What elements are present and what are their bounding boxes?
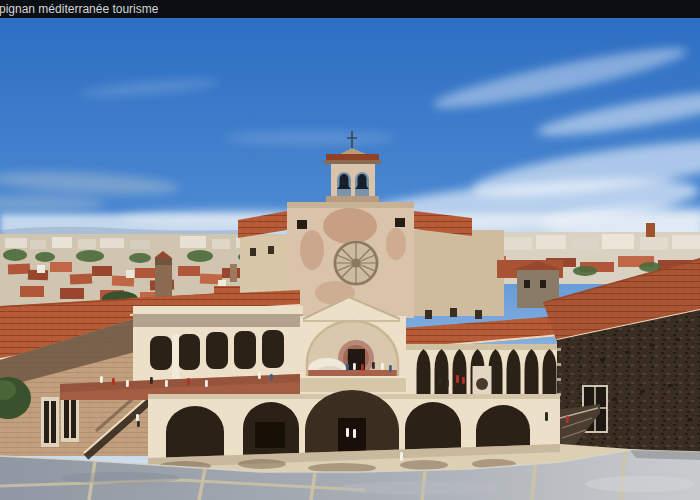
page-title: pignan méditerranée tourisme — [0, 0, 158, 18]
screenshot-root: pignan méditerranée tourisme — [0, 0, 700, 500]
small-red-tower — [646, 223, 655, 237]
photo-canvas — [0, 18, 700, 500]
tower-window-right — [395, 218, 405, 227]
left-wing-window — [41, 397, 59, 447]
cathedral-tower — [154, 251, 172, 303]
browser-titlebar: pignan méditerranée tourisme — [0, 0, 700, 19]
gallery-roundel — [476, 378, 488, 390]
palace-courtyard-photo — [0, 18, 700, 500]
small-tower — [230, 264, 237, 282]
grille-window — [255, 422, 285, 448]
bell-gable — [324, 148, 381, 202]
tower-window-left — [297, 220, 307, 229]
left-wing-window-2 — [61, 394, 79, 442]
rose-window — [333, 240, 379, 286]
